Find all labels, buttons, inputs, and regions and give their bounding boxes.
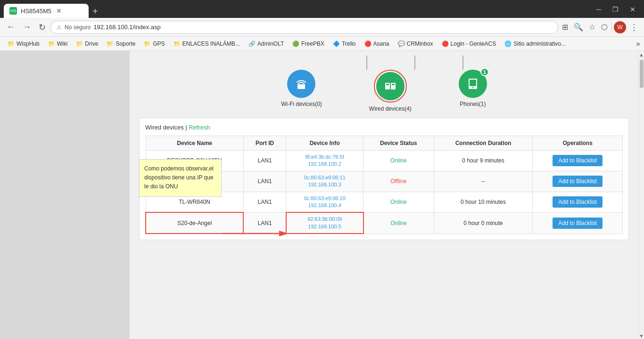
menu-button[interactable]: ⋮	[628, 20, 640, 34]
phones-badge: 1	[480, 68, 489, 76]
tab-close-button[interactable]: ✕	[56, 7, 62, 15]
annotation-arrow	[223, 229, 289, 238]
operation-cell: Add to Blacklist	[533, 151, 623, 171]
forward-button[interactable]: →	[20, 20, 34, 34]
device-status-cell: Online	[363, 192, 434, 212]
device-info-ip: 192.168.100.3	[308, 182, 341, 187]
profile-button[interactable]: W	[614, 21, 626, 33]
svg-marker-9	[279, 231, 289, 236]
translate-button[interactable]: ⊞	[560, 21, 570, 33]
bookmark-label: Trello	[342, 40, 356, 47]
device-info-ip: 192.168.100.4	[308, 202, 341, 208]
status-online: Online	[390, 157, 407, 164]
folder-icon: 📁	[48, 40, 55, 47]
refresh-button[interactable]: Refresh	[189, 124, 210, 131]
svg-rect-4	[392, 84, 395, 85]
window-controls: ─ ❒ ✕	[592, 5, 640, 14]
svg-rect-3	[386, 84, 389, 85]
maximize-button[interactable]: ❒	[608, 5, 623, 14]
add-to-blacklist-button[interactable]: Add to Blacklist	[553, 218, 603, 229]
add-to-blacklist-button[interactable]: Add to Blacklist	[553, 155, 603, 166]
bookmarks-bar: 📁 WispHub 📁 Wiki 📁 Drive 📁 Soporte 📁 GPS…	[0, 37, 644, 51]
bookmark-label: CRMinbox	[407, 40, 433, 47]
bookmark-adminolt[interactable]: 🔗 AdminOLT	[245, 40, 288, 48]
bookmark-label: Login - GenieACS	[451, 40, 496, 47]
zoom-button[interactable]: 🔍	[572, 21, 585, 33]
address-bar-wrapper[interactable]: ⚠ No seguro	[50, 21, 558, 34]
scroll-thumb[interactable]	[640, 60, 644, 88]
device-info-cell: f8:e4:3b:dc:76:5f 192.168.100.2	[286, 151, 363, 171]
bookmark-login-genie[interactable]: 🔴 Login - GenieACS	[438, 40, 500, 48]
col-connection-duration: Connection Duration	[434, 136, 533, 151]
port-id-cell: LAN1	[243, 151, 286, 171]
add-to-blacklist-button[interactable]: Add to Blacklist	[553, 196, 603, 208]
bookmark-trello[interactable]: 🔷 Trello	[329, 40, 360, 48]
security-label: No seguro	[65, 24, 91, 31]
scroll-up-button[interactable]: ▲	[639, 51, 644, 59]
browser-chrome: HS HS8545M5 ✕ + ─ ❒ ✕ ← → ↻ ⚠ No seguro …	[0, 0, 644, 51]
bookmark-gps[interactable]: 📁 GPS	[140, 40, 168, 48]
port-id-cell: LAN1	[243, 192, 286, 212]
minimize-button[interactable]: ─	[592, 5, 606, 14]
crm-icon: 💬	[398, 40, 405, 47]
bookmark-label: AdminOLT	[257, 40, 284, 47]
new-tab-button[interactable]: +	[89, 6, 102, 17]
wifi-devices-item[interactable]: Wi-Fi devices(0)	[281, 70, 322, 107]
bookmark-enlaces[interactable]: 📁 ENLACES INALÁMB...	[170, 40, 244, 48]
table-header-row: Device Name Port ID Device Info Device S…	[146, 136, 623, 151]
bookmark-label: WispHub	[17, 40, 40, 47]
folder-icon: 📁	[107, 40, 114, 47]
folder-icon: 📁	[173, 40, 181, 47]
phones-item[interactable]: 1 Phones(1)	[459, 70, 487, 107]
back-button[interactable]: ←	[4, 20, 18, 34]
link-icon: 🔗	[248, 40, 256, 47]
folder-icon: 📁	[144, 40, 151, 47]
scrollbar[interactable]: ▲ ▼	[638, 51, 644, 339]
connection-duration-cell: 0 hour 9 minutes	[434, 151, 533, 171]
table-title: Wired devices	[145, 124, 184, 131]
bookmark-wispHub[interactable]: 📁 WispHub	[4, 40, 43, 48]
extensions-button[interactable]: ⬡	[599, 21, 610, 33]
bookmark-freepbx[interactable]: 🟢 FreePBX	[289, 40, 328, 48]
bookmarks-more-button[interactable]: »	[636, 40, 640, 48]
device-info-cell: 0c:80:63:e9:06:11 192.168.100.3	[286, 171, 363, 192]
col-operations: Operations	[533, 136, 623, 151]
operation-cell: Add to Blacklist	[533, 192, 623, 212]
bookmark-soporte[interactable]: 📁 Soporte	[103, 40, 139, 48]
scroll-down-button[interactable]: ▼	[639, 332, 644, 339]
navigation-bar: ← → ↻ ⚠ No seguro ⊞ 🔍 ☆ ⬡ W ⋮	[0, 18, 644, 37]
status-offline: Offline	[390, 178, 406, 185]
bookmark-crminbox[interactable]: 💬 CRMinbox	[394, 40, 437, 48]
bookmark-asana[interactable]: 🔴 Asana	[361, 40, 393, 48]
sidebar	[0, 51, 130, 339]
folder-icon: 📁	[76, 40, 83, 47]
device-info-cell: 0c:80:63:e9:06:10 192.168.100.4	[286, 192, 363, 212]
tab-favicon: HS	[9, 7, 17, 15]
device-info-mac: 92:63:3b:00:09	[307, 216, 342, 222]
bookmark-label: FreePBX	[301, 40, 324, 47]
wifi-devices-icon	[287, 70, 315, 98]
wired-devices-item[interactable]: Wired devices(4)	[369, 70, 412, 112]
address-input[interactable]	[93, 24, 552, 31]
bookmark-sitio-admin[interactable]: 🌐 Sitio administrativo...	[501, 40, 570, 48]
col-device-name: Device Name	[146, 136, 243, 151]
security-icon: ⚠	[57, 24, 62, 31]
svg-rect-0	[297, 84, 305, 89]
bookmark-label: Drive	[85, 40, 98, 47]
bookmark-label: Wiki	[57, 40, 68, 47]
wifi-devices-label: Wi-Fi devices(0)	[281, 101, 322, 107]
table-header: Wired devices | Refresh	[145, 124, 623, 131]
bookmark-wiki[interactable]: 📁 Wiki	[44, 40, 72, 48]
main-area: Wi-Fi devices(0)	[130, 51, 638, 339]
close-button[interactable]: ✕	[625, 5, 640, 14]
wired-devices-icon	[376, 72, 405, 100]
col-device-info: Device Info	[286, 136, 363, 151]
connection-duration-cell: 0 hour 10 minutes	[434, 192, 533, 212]
reload-button[interactable]: ↻	[36, 20, 49, 34]
active-tab[interactable]: HS HS8545M5 ✕	[4, 4, 89, 18]
bookmark-button[interactable]: ☆	[587, 21, 597, 33]
nav-right-icons: ⊞ 🔍 ☆ ⬡ W ⋮	[560, 20, 640, 34]
status-online: Online	[390, 199, 407, 205]
bookmark-drive[interactable]: 📁 Drive	[72, 40, 102, 48]
add-to-blacklist-button[interactable]: Add to Blacklist	[553, 176, 603, 187]
